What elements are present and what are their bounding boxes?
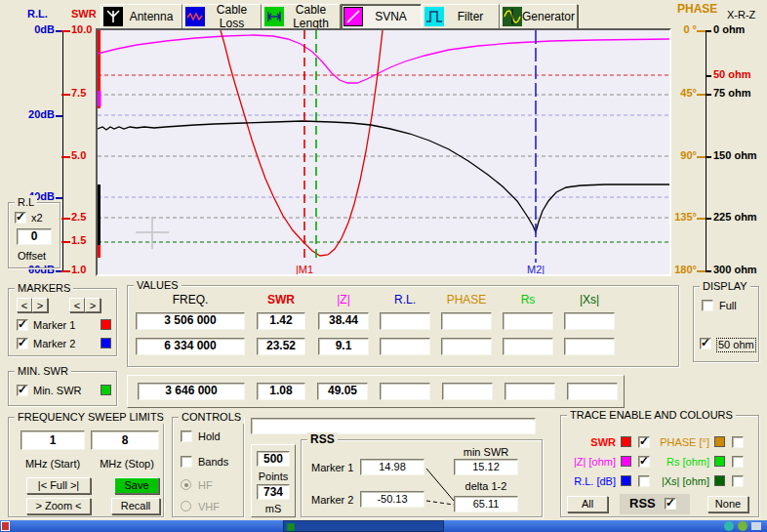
marker1-right-button[interactable]: > — [32, 298, 48, 312]
display-group-title: DISPLAY — [700, 279, 750, 293]
trace-phase-swatch[interactable] — [714, 436, 725, 447]
vhf-radio[interactable] — [181, 501, 191, 512]
trace-rs-checkbox[interactable] — [732, 456, 744, 468]
axis-tick — [61, 270, 70, 272]
taskbar-active-button[interactable] — [283, 520, 444, 532]
minswr-swr-field: 1.08 — [257, 383, 305, 400]
axis-tick-label: 7.5 — [71, 87, 97, 100]
trace-phase-checkbox[interactable] — [732, 436, 744, 448]
svna-button[interactable]: SVNA — [341, 4, 422, 29]
bands-checkbox[interactable] — [181, 456, 192, 468]
marker2-right-button[interactable]: > — [85, 298, 101, 312]
50ohm-label: 50 ohm — [716, 338, 756, 352]
m1-rl-field — [380, 312, 430, 330]
rss-marker2-field: -50.13 — [360, 491, 424, 508]
antenna-button[interactable]: Antenna — [101, 4, 182, 29]
hf-radio[interactable] — [181, 479, 191, 490]
trace-all-button[interactable]: All — [567, 496, 608, 512]
toolbar-button-label: Generator — [522, 10, 575, 23]
axis-tick — [56, 115, 62, 117]
generator-button[interactable]: Generator — [500, 4, 578, 29]
axis-tick-label: 45° — [667, 87, 697, 100]
tray-icon-2[interactable] — [738, 521, 747, 531]
axis-tick-label: 2.5 — [71, 211, 97, 224]
axis-tick-label: 0dB — [18, 23, 55, 36]
50ohm-checkbox[interactable] — [700, 338, 711, 349]
cable-length-button[interactable]: Cable Length — [262, 4, 341, 29]
trace-z-label: |Z| [ohm] — [565, 456, 616, 469]
trace-xs-swatch[interactable] — [714, 475, 725, 486]
offset-input[interactable]: 0 — [17, 228, 52, 245]
freq-stop-input[interactable]: 8 — [91, 430, 159, 450]
trace-rl-checkbox[interactable] — [638, 475, 650, 487]
trace-xs-label: |Xs| [ohm] — [653, 475, 709, 488]
recall-button[interactable]: Recall — [111, 498, 160, 514]
axis-tick-label: 300 ohm — [713, 264, 764, 276]
trace-rs-swatch[interactable] — [714, 456, 725, 467]
trace-swr-swatch[interactable] — [621, 436, 631, 447]
sweep-chart[interactable]: |M1M2| — [96, 28, 671, 276]
trace-rs-label: Rs [ohm] — [653, 456, 709, 469]
min-swr-checkbox[interactable] — [17, 385, 28, 396]
axis-tick-label: 1.5 — [71, 234, 97, 247]
col-header-freq: FREQ. — [136, 294, 245, 307]
tray-icon-3[interactable] — [751, 522, 761, 530]
m2-z-field: 9.1 — [318, 338, 369, 355]
marker2-left-button[interactable]: < — [69, 298, 85, 312]
axis-tick — [697, 218, 706, 220]
minswr-phase-field — [442, 383, 493, 400]
rss-toggle-panel: RSS — [620, 494, 690, 514]
m1-rs-field — [503, 312, 553, 330]
trace-xs-checkbox[interactable] — [732, 475, 744, 487]
axis-tick-label: 10.0 — [71, 23, 97, 36]
taskbar-app-icon — [287, 523, 295, 531]
toolbar-button-label: Antenna — [123, 10, 180, 23]
phase-axis-title: PHASE — [677, 3, 717, 16]
trace-z-swatch[interactable] — [621, 456, 631, 467]
rss-toggle-checkbox[interactable] — [665, 498, 676, 510]
axis-tick-label: 0 ° — [667, 23, 697, 36]
trace-z-checkbox[interactable] — [638, 456, 650, 468]
save-button[interactable]: Save — [114, 477, 159, 494]
freq-start-input[interactable]: 1 — [20, 430, 85, 450]
rss-delta-field: 65.11 — [454, 496, 518, 512]
trace-R.L. — [98, 121, 669, 232]
trace-enable-group: TRACE ENABLE AND COLOURS SWR PHASE [°] |… — [560, 415, 759, 517]
x2-checkbox[interactable] — [15, 212, 26, 224]
stop-label: MHz (Stop) — [91, 458, 163, 471]
marker1-checkbox[interactable] — [17, 319, 28, 331]
minswr-freq-field: 3 646 000 — [138, 383, 245, 400]
cable-loss-button[interactable]: Cable Loss — [182, 4, 262, 29]
full-checkbox[interactable] — [702, 300, 713, 311]
rl-offset-group: R.L x2 0 Offset — [8, 202, 61, 268]
trace-swr-checkbox[interactable] — [638, 436, 650, 448]
filter-button[interactable]: Filter — [422, 4, 500, 29]
trace-rl-swatch[interactable] — [621, 475, 631, 486]
hold-checkbox[interactable] — [181, 430, 192, 442]
marker1-left-button[interactable]: < — [17, 298, 32, 312]
markers-group: MARKERS < > < > Marker 1 Marker 2 — [8, 288, 117, 356]
zoom-button[interactable]: > Zoom < — [26, 498, 91, 514]
full-span-button[interactable]: |< Full >| — [26, 477, 91, 494]
rss-marker1-field: 14.98 — [360, 459, 424, 475]
minswr-z-field: 49.05 — [317, 383, 368, 400]
axis-tick — [697, 94, 706, 96]
toolbar-button-label: Cable Loss — [205, 3, 259, 30]
trace-none-button[interactable]: None — [707, 496, 748, 512]
marker2-checkbox[interactable] — [17, 338, 28, 349]
axis-tick — [56, 197, 62, 199]
comment-input[interactable] — [251, 418, 536, 434]
col-header-swr: SWR — [257, 294, 305, 307]
col-header-rs: Rs — [503, 294, 553, 307]
antenna-icon — [103, 7, 123, 26]
tray-icon-1[interactable] — [724, 521, 734, 531]
col-header-xs: |Xs| — [564, 294, 615, 307]
offset-label: Offset — [18, 250, 46, 263]
axis-tick — [706, 94, 711, 96]
vhf-label: VHF — [198, 501, 220, 513]
col-header-phase: PHASE — [441, 294, 492, 307]
taskbar-left-icon[interactable] — [1, 521, 10, 531]
sweep-limits-title: FREQUENCY SWEEP LIMITS — [15, 410, 167, 424]
trace-SWR — [221, 30, 383, 256]
filter-icon — [424, 7, 444, 26]
